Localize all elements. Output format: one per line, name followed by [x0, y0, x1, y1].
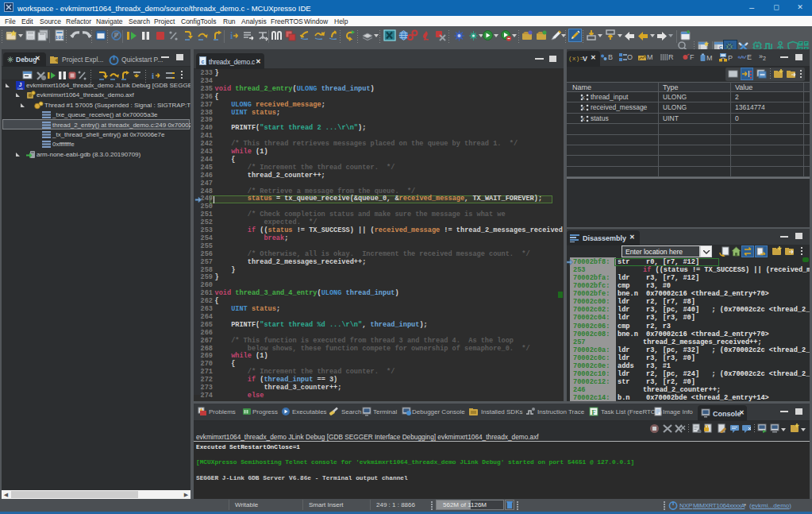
svg-text:i: i [152, 71, 154, 80]
svg-text:Link: Link [17, 87, 23, 91]
svg-text:c: c [202, 59, 205, 64]
svg-text:J: J [19, 82, 22, 87]
svg-text:i: i [230, 30, 233, 41]
svg-text:101: 101 [56, 35, 64, 41]
svg-text:F: F [591, 408, 596, 416]
